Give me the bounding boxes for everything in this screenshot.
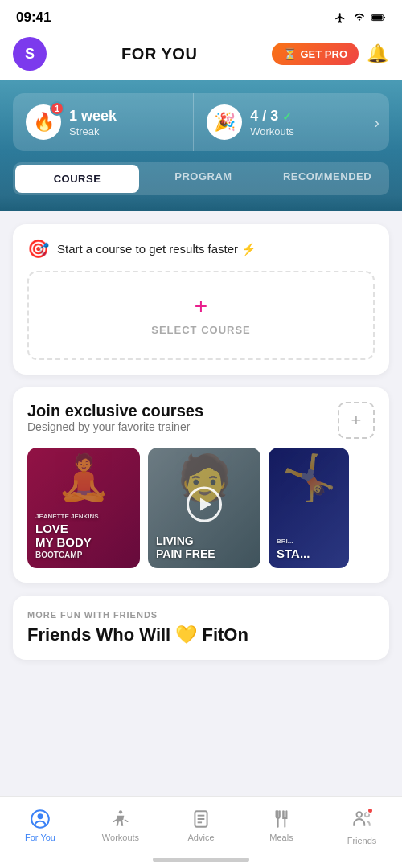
document-icon: [191, 809, 211, 829]
streak-icon-wrap: 🔥 1: [26, 104, 61, 140]
friends-title: Friends Who Will 💛 FitOn: [27, 624, 375, 645]
tabs-container: COURSE PROGRAM RECOMMENDED: [0, 151, 402, 195]
battery-icon: [371, 12, 386, 23]
svg-point-4: [119, 810, 122, 813]
fork-knife-icon: [271, 809, 292, 829]
nav-label-advice: Advice: [187, 833, 214, 842]
hourglass-icon: ⏳: [283, 47, 297, 60]
course-card-header: 🎯 Start a course to get results faster ⚡: [27, 239, 375, 260]
svg-point-3: [38, 813, 43, 819]
nav-item-for-you[interactable]: For You: [0, 805, 80, 849]
nav-item-friends[interactable]: Friends: [322, 805, 402, 849]
check-icon: ✓: [282, 110, 292, 123]
page-title: FOR YOU: [121, 45, 197, 63]
exclusive-subtitle: Designed by your favorite trainer: [27, 420, 203, 433]
course-1-name: JEANETTE JENKINS LOVEMY BODY BOOTCAMP: [35, 513, 99, 560]
get-pro-button[interactable]: ⏳ GET PRO: [272, 43, 359, 65]
course-thumb-1[interactable]: 🧘 JEANETTE JENKINS LOVEMY BODY BOOTCAMP: [27, 448, 140, 568]
exclusive-title-wrap: Join exclusive courses Designed by your …: [27, 402, 203, 444]
streak-info: 1 week Streak: [69, 108, 117, 137]
tab-program[interactable]: PROGRAM: [142, 162, 265, 195]
course-thumb-bg-1: 🧘 JEANETTE JENKINS LOVEMY BODY BOOTCAMP: [27, 448, 140, 568]
trainer-figure-1: 🧘: [27, 452, 140, 504]
avatar[interactable]: S: [13, 37, 47, 71]
select-course-box[interactable]: + SELECT COURSE: [27, 271, 375, 360]
streak-badge: 1: [50, 101, 64, 116]
bell-icon[interactable]: 🔔: [365, 42, 389, 66]
nav-item-advice[interactable]: Advice: [161, 805, 241, 849]
courses-scroll: 🧘 JEANETTE JENKINS LOVEMY BODY BOOTCAMP …: [13, 448, 389, 568]
friends-icon-wrap: [351, 809, 372, 833]
arrow-icon: ›: [374, 113, 389, 132]
exclusive-card: Join exclusive courses Designed by your …: [13, 387, 389, 583]
header: S FOR YOU ⏳ GET PRO 🔔: [0, 31, 402, 80]
confetti-icon: 🎉: [207, 104, 242, 140]
workouts-info: 4 / 3 ✓ Workouts: [250, 108, 294, 137]
course-card-header-text: Start a course to get results faster ⚡: [57, 242, 256, 256]
trainer-figure-3: 🤸: [269, 452, 349, 504]
exclusive-title: Join exclusive courses: [27, 402, 203, 420]
workouts-label: Workouts: [250, 125, 294, 137]
tab-course[interactable]: COURSE: [15, 165, 139, 193]
course-2-name: LIVINGPAIN FREE: [156, 535, 215, 560]
exclusive-header: Join exclusive courses Designed by your …: [27, 402, 375, 444]
tabs-bg-bottom: [0, 195, 402, 211]
friends-notification-dot: [367, 807, 374, 814]
get-pro-label: GET PRO: [300, 48, 347, 60]
course-thumb-bg-2: 🧑 LIVINGPAIN FREE: [148, 448, 260, 568]
streak-item-weeks[interactable]: 🔥 1 1 week Streak: [13, 93, 193, 151]
friends-label: MORE FUN WITH FRIENDS: [27, 610, 375, 620]
svg-rect-1: [372, 15, 383, 19]
play-triangle: [200, 498, 211, 511]
nav-label-for-you: For You: [25, 833, 55, 842]
airplane-icon: [333, 12, 347, 23]
nav-label-friends: Friends: [347, 836, 377, 845]
status-bar: 09:41: [0, 0, 402, 31]
nav-label-meals: Meals: [269, 833, 293, 842]
streak-row: 🔥 1 1 week Streak 🎉 4 / 3 ✓ Workouts ›: [13, 93, 389, 151]
main-content: 🎯 Start a course to get results faster ⚡…: [0, 211, 402, 686]
svg-point-11: [357, 812, 363, 817]
tab-recommended[interactable]: RECOMMENDED: [265, 162, 389, 195]
status-time: 09:41: [16, 10, 51, 26]
target-icon: 🎯: [27, 239, 49, 260]
select-course-label: SELECT COURSE: [151, 324, 251, 336]
course-card: 🎯 Start a course to get results faster ⚡…: [13, 224, 389, 375]
course-thumb-3[interactable]: 🤸 BRI... STA...: [269, 448, 349, 568]
plus-icon: +: [195, 295, 207, 317]
header-actions: ⏳ GET PRO 🔔: [272, 42, 389, 66]
streak-label: Streak: [69, 125, 117, 137]
workouts-count: 4 / 3 ✓: [250, 108, 294, 125]
home-indicator: [153, 858, 249, 862]
tabs: COURSE PROGRAM RECOMMENDED: [13, 162, 389, 195]
streak-weeks: 1 week: [69, 108, 117, 125]
play-circle: [187, 487, 222, 522]
nav-item-workouts[interactable]: Workouts: [80, 805, 161, 849]
streak-banner: 🔥 1 1 week Streak 🎉 4 / 3 ✓ Workouts ›: [0, 80, 402, 151]
nav-item-meals[interactable]: Meals: [241, 805, 322, 849]
course-thumb-bg-3: 🤸 BRI... STA...: [269, 448, 349, 568]
wifi-icon: [352, 12, 367, 23]
figure-icon: [110, 809, 131, 829]
course-3-name: BRI... STA...: [277, 538, 310, 560]
add-course-button[interactable]: +: [338, 402, 375, 439]
person-circle-icon: [30, 809, 51, 829]
course-thumb-2[interactable]: 🧑 LIVINGPAIN FREE: [148, 448, 260, 568]
streak-item-workouts[interactable]: 🎉 4 / 3 ✓ Workouts: [193, 93, 374, 151]
status-icons: [333, 12, 386, 23]
friends-card: MORE FUN WITH FRIENDS Friends Who Will 💛…: [13, 596, 389, 660]
nav-label-workouts: Workouts: [102, 833, 139, 842]
